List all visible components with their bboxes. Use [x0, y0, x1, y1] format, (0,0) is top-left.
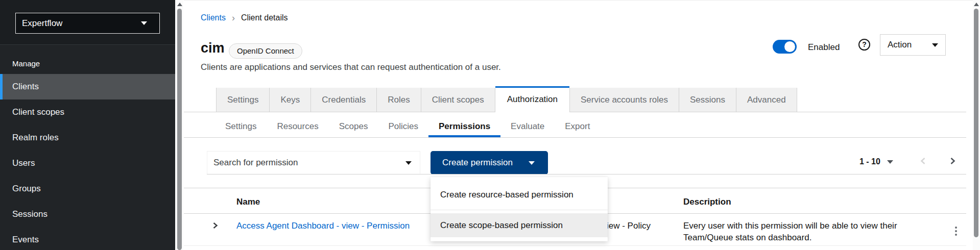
- active-tab-underline: [428, 135, 500, 137]
- nav-menu: Clients Client scopes Realm roles Users …: [0, 74, 175, 250]
- sidebar-item-events[interactable]: Events: [0, 227, 175, 250]
- subtab-settings[interactable]: Settings: [215, 115, 267, 138]
- client-tabs: Settings Keys Credentials Roles Client s…: [216, 86, 797, 112]
- page-description: Clients are applications and services th…: [201, 62, 501, 72]
- enabled-toggle[interactable]: [773, 40, 797, 54]
- search-permission-placeholder: Search for permission: [213, 158, 298, 168]
- chevron-right-icon: [212, 222, 218, 229]
- sidebar-item-client-scopes[interactable]: Client scopes: [0, 99, 175, 125]
- sidebar-item-label: Realm roles: [12, 133, 59, 143]
- search-permission-select[interactable]: Search for permission: [207, 151, 420, 174]
- sidebar-item-realm-roles[interactable]: Realm roles: [0, 125, 175, 151]
- column-header-description: Description: [683, 197, 731, 207]
- action-dropdown-button[interactable]: Action: [880, 34, 946, 56]
- sidebar-masthead: Expertflow: [0, 0, 175, 45]
- subtab-policies[interactable]: Policies: [378, 115, 428, 138]
- tab-advanced[interactable]: Advanced: [736, 88, 797, 112]
- permission-name-link[interactable]: Access Agent Dashboard - view - Permissi…: [236, 221, 410, 231]
- realm-selector-label: Expertflow: [22, 18, 62, 29]
- row-bottom-border: [184, 245, 966, 246]
- help-icon[interactable]: ?: [858, 39, 870, 51]
- toggle-knob: [784, 41, 795, 52]
- create-permission-button[interactable]: Create permission: [431, 151, 548, 174]
- subtab-scopes[interactable]: Scopes: [329, 115, 378, 138]
- chevron-down-icon: [529, 161, 535, 165]
- toolbar-bottom-border: [207, 174, 966, 174]
- nav-section-label: Manage: [12, 59, 40, 68]
- active-indicator: [0, 74, 3, 99]
- scroll-up-icon[interactable]: [974, 3, 979, 6]
- tab-authorization[interactable]: Authorization: [495, 86, 569, 112]
- tab-service-accounts-roles[interactable]: Service accounts roles: [569, 88, 679, 112]
- chevron-left-icon: [920, 157, 926, 165]
- keycloak-admin-console: Expertflow Manage Clients Client scopes …: [0, 0, 980, 250]
- chevron-down-icon: [141, 21, 147, 25]
- page-scrollbar-thumb[interactable]: [974, 9, 978, 237]
- sidebar: Expertflow Manage Clients Client scopes …: [0, 0, 175, 250]
- sidebar-item-label: Sessions: [12, 209, 47, 219]
- kebab-icon: [955, 227, 957, 229]
- menu-item-create-resource-based-permission[interactable]: Create resource-based permission: [431, 183, 608, 207]
- sidebar-item-label: Clients: [12, 82, 39, 92]
- tab-roles[interactable]: Roles: [377, 88, 421, 112]
- subtab-export[interactable]: Export: [555, 115, 600, 138]
- subtab-permissions-label: Permissions: [439, 121, 490, 132]
- chevron-right-icon: [949, 157, 956, 165]
- breadcrumb: Clients › Client details: [201, 12, 288, 23]
- pagination-next-button[interactable]: [946, 156, 959, 167]
- tab-sessions[interactable]: Sessions: [679, 88, 736, 112]
- create-permission-label: Create permission: [442, 158, 513, 168]
- breadcrumb-separator-icon: ›: [232, 14, 235, 22]
- subtab-permissions[interactable]: Permissions: [428, 115, 500, 138]
- create-permission-menu: Create resource-based permission Create …: [431, 177, 608, 241]
- protocol-badge: OpenID Connect: [229, 43, 302, 59]
- pagination-options-chevron-icon[interactable]: [887, 160, 893, 164]
- menu-divider: [431, 210, 608, 210]
- row-description-line1: Every user with this permission will be …: [683, 221, 897, 231]
- subtab-evaluate[interactable]: Evaluate: [500, 115, 555, 138]
- row-kebab-menu-button[interactable]: [951, 220, 961, 232]
- sidebar-item-sessions[interactable]: Sessions: [0, 202, 175, 227]
- expand-row-button[interactable]: [209, 220, 221, 232]
- sidebar-item-users[interactable]: Users: [0, 151, 175, 176]
- tab-credentials[interactable]: Credentials: [311, 88, 377, 112]
- sidebar-item-label: Client scopes: [12, 107, 64, 117]
- tab-settings[interactable]: Settings: [216, 88, 270, 112]
- enabled-label: Enabled: [808, 40, 840, 54]
- realm-selector[interactable]: Expertflow: [15, 13, 160, 34]
- sidebar-item-clients[interactable]: Clients: [0, 74, 175, 99]
- scroll-up-icon[interactable]: [177, 3, 182, 6]
- sidebar-scrollbar: [176, 0, 183, 250]
- sidebar-item-groups[interactable]: Groups: [0, 176, 175, 202]
- column-header-name: Name: [236, 197, 260, 207]
- breadcrumb-clients-link[interactable]: Clients: [201, 13, 226, 22]
- chevron-down-icon: [932, 43, 938, 47]
- action-dropdown-label: Action: [888, 40, 912, 50]
- menu-item-create-scope-based-permission[interactable]: Create scope-based permission: [431, 213, 608, 237]
- authorization-subtabs: Settings Resources Scopes Policies Permi…: [215, 115, 600, 138]
- tab-keys[interactable]: Keys: [270, 88, 311, 112]
- page-title: cim: [201, 40, 225, 56]
- subtab-resources[interactable]: Resources: [267, 115, 328, 138]
- associated-policy-fragment: iew - Policy: [607, 221, 651, 231]
- row-description-line2: Team/Queue stats on dashboard.: [683, 233, 811, 243]
- sidebar-item-label: Groups: [12, 184, 41, 194]
- sidebar-scrollbar-thumb[interactable]: [177, 9, 182, 250]
- pagination-range[interactable]: 1 - 10: [859, 157, 880, 166]
- breadcrumb-current: Client details: [241, 13, 288, 22]
- pagination-prev-button[interactable]: [917, 156, 929, 167]
- page-scrollbar: [973, 0, 980, 250]
- content-top-border: [184, 0, 973, 1]
- sidebar-item-label: Events: [12, 235, 39, 245]
- chevron-down-icon: [405, 161, 412, 165]
- sidebar-item-label: Users: [12, 158, 35, 168]
- tab-client-scopes[interactable]: Client scopes: [421, 88, 495, 112]
